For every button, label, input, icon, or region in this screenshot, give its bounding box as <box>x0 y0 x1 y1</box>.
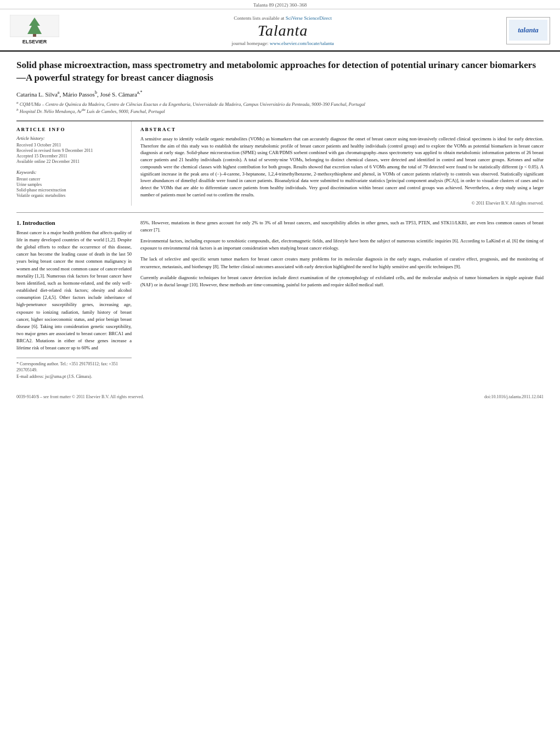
intro-left-spacer: 1. Introduction Breast cancer is a major… <box>16 219 132 380</box>
author-1: Catarina L. Silvaa, <box>16 91 63 98</box>
contents-line: Contents lists available at SciVerse Sci… <box>65 15 501 21</box>
keyword-1: Breast cancer <box>16 177 125 182</box>
history-label: Article history: <box>16 135 125 141</box>
history-received: Received 3 October 2011 <box>16 143 125 148</box>
svg-text:ELSEVIER: ELSEVIER <box>22 39 47 44</box>
talanta-logo-image: talanta <box>509 20 547 41</box>
authors-line: Catarina L. Silvaa, Mário Passosb, José … <box>16 90 544 98</box>
journal-header: ELSEVIER Contents lists available at Sci… <box>0 9 560 52</box>
abstract-copyright: © 2011 Elsevier B.V. All rights reserved… <box>140 201 544 206</box>
doi-text: doi:10.1016/j.talanta.2011.12.041 <box>484 394 544 399</box>
svg-rect-2 <box>33 34 36 37</box>
history-online: Available online 22 December 2011 <box>16 159 125 164</box>
introduction-section: 1. Introduction Breast cancer is a major… <box>16 219 544 380</box>
journal-center: Contents lists available at SciVerse Sci… <box>65 15 501 46</box>
intro-right-content: 85%. However, mutations in these genes a… <box>140 219 544 380</box>
citation-text: Talanta 89 (2012) 360–368 <box>253 2 307 8</box>
author-2: Mário Passosb, <box>63 91 100 98</box>
copyright-notice: 0039-9140/$ – see front matter © 2011 El… <box>16 394 144 399</box>
intro-paragraph-1: Breast cancer is a major health problem … <box>16 229 132 352</box>
article-title: Solid phase microextraction, mass spectr… <box>16 59 544 84</box>
article-content: Solid phase microextraction, mass spectr… <box>0 52 560 388</box>
homepage-url[interactable]: www.elsevier.com/locate/talanta <box>270 41 334 46</box>
article-info-column: ARTICLE INFO Article history: Received 3… <box>16 121 132 206</box>
article-info-heading: ARTICLE INFO <box>16 127 125 132</box>
article-history: Article history: Received 3 October 2011… <box>16 135 125 164</box>
intro-paragraph-3: Environmental factors, including exposur… <box>140 237 544 252</box>
intro-paragraph-5: Currently available diagnostic technique… <box>140 274 544 289</box>
footnote-1: * Corresponding author. Tel.: +351 29170… <box>16 361 132 373</box>
section-heading: 1. Introduction <box>16 219 132 226</box>
keywords-section: Keywords: Breast cancer Urine samples So… <box>16 169 125 198</box>
journal-homepage: journal homepage: www.elsevier.com/locat… <box>65 41 501 46</box>
affiliation-b: b Hospital Dr. Nélio Mendonça, Avda Luís… <box>16 108 544 115</box>
history-revised: Received in revised form 9 December 2011 <box>16 148 125 153</box>
keywords-label: Keywords: <box>16 169 125 175</box>
history-accepted: Accepted 15 December 2011 <box>16 154 125 159</box>
abstract-text: A sensitive assay to identify volatile o… <box>140 135 544 199</box>
intro-paragraph-4: The lack of selective and specific serum… <box>140 256 544 270</box>
journal-name: Talanta <box>65 22 501 39</box>
intro-paragraph-2: 85%. However, mutations in these genes a… <box>140 219 544 234</box>
affiliation-a: a CQM/UMa – Centro de Química da Madeira… <box>16 100 544 108</box>
keyword-4: Volatile organic metabolites <box>16 193 125 198</box>
affiliations: a CQM/UMa – Centro de Química da Madeira… <box>16 100 544 115</box>
citation-bar: Talanta 89 (2012) 360–368 <box>0 0 560 9</box>
keyword-2: Urine samples <box>16 182 125 187</box>
footnote-2: E-mail address: jsc@uma.pt (J.S. Câmara)… <box>16 374 132 380</box>
section-title-text: Introduction <box>22 219 55 226</box>
author-3: José S. Câmaraa,* <box>100 91 142 98</box>
abstract-heading: ABSTRACT <box>140 127 544 132</box>
section-divider <box>16 212 544 213</box>
footnotes: * Corresponding author. Tel.: +351 29170… <box>16 358 132 380</box>
abstract-column: ABSTRACT A sensitive assay to identify v… <box>140 121 544 206</box>
talanta-logo: talanta <box>506 17 550 44</box>
sciverse-link[interactable]: SciVerse ScienceDirect <box>286 15 332 21</box>
keyword-3: Solid-phase microextraction <box>16 188 125 193</box>
elsevier-logo: ELSEVIER <box>10 15 59 46</box>
section-number: 1. <box>16 219 21 226</box>
info-abstract-section: ARTICLE INFO Article history: Received 3… <box>16 121 544 206</box>
bottom-bar: 0039-9140/$ – see front matter © 2011 El… <box>0 394 560 399</box>
